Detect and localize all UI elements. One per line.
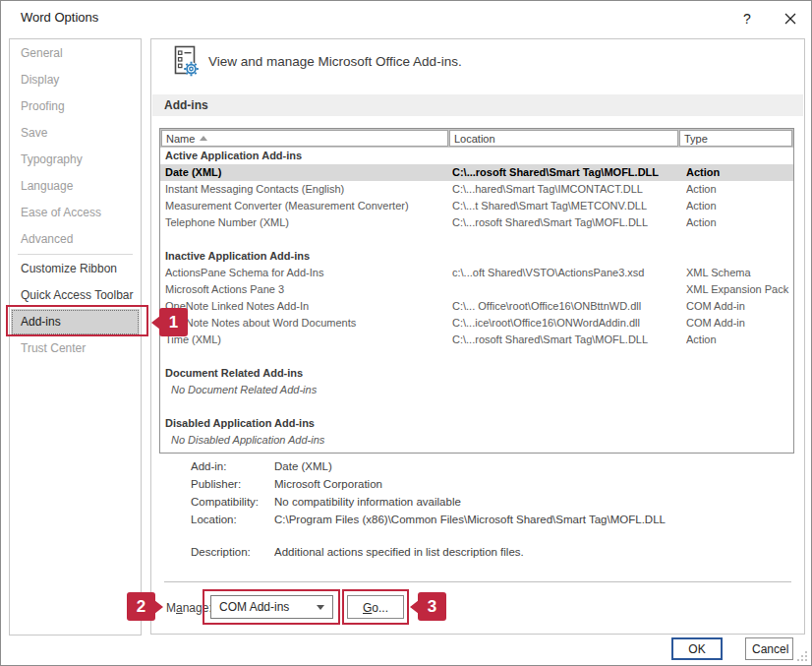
page-title: View and manage Microsoft Office Add-ins… [208,54,462,69]
table-group-header: Disabled Application Add-ins [160,415,793,432]
cell-location: C:\...hared\Smart Tag\IMCONTACT.DLL [452,181,686,198]
sidebar-nav: GeneralDisplayProofingSaveTypographyLang… [9,38,142,636]
cell-name: No Document Related Add-ins [160,382,452,398]
cell-location [452,281,686,298]
sidebar-item-language[interactable]: Language [10,173,141,200]
table-row[interactable]: Time (XML)C:\...rosoft Shared\Smart Tag\… [160,332,793,348]
detail-value: Date (XML) [274,457,781,475]
title-bar: Word Options ? [1,1,811,35]
column-header-type[interactable]: Type [679,130,792,147]
detail-row: Compatibility:No compatibility informati… [191,493,781,511]
cell-name: Active Application Add-ins [160,148,452,164]
manage-dropdown[interactable]: COM Add-ins [210,595,333,619]
manage-label-accel: a [176,601,183,615]
callout-tail-icon [151,316,160,330]
go-button-accel: G [363,601,372,615]
cell-name: Date (XML) [160,164,452,181]
cell-name: Telephone Number (XML) [160,214,452,231]
dropdown-arrow-icon [317,605,324,610]
go-button[interactable]: Go... [347,595,404,619]
table-spacer-row [160,398,793,415]
cell-location: C:\...rosoft Shared\Smart Tag\MOFL.DLL [452,214,686,231]
sidebar-item-advanced[interactable]: Advanced [10,226,141,253]
table-row[interactable]: Microsoft Actions Pane 3XML Expansion Pa… [160,281,793,298]
cell-location: C:\... Office\root\Office16\ONBttnWD.dll [452,298,686,315]
cell-type: XML Expansion Pack [686,281,793,298]
sidebar-item-save[interactable]: Save [10,120,141,147]
detail-value: Microsoft Corporation [274,475,781,493]
addins-table: NameLocationType Active Application Add-… [159,128,794,454]
cell-type: COM Add-in [686,315,793,332]
cell-type: Action [686,164,793,181]
manage-divider [164,581,791,582]
cell-type: Action [686,332,793,348]
table-row[interactable]: OneNote Linked Notes Add-InC:\... Office… [160,298,793,315]
detail-row: Publisher:Microsoft Corporation [191,475,781,493]
table-row[interactable]: Telephone Number (XML)C:\...rosoft Share… [160,214,793,231]
cell-location: C:\...rosoft Shared\Smart Tag\MOFL.DLL [452,332,686,348]
cell-type: Action [686,198,793,214]
sidebar-item-add-ins[interactable]: Add-ins [11,309,140,335]
callout-number: 2 [137,597,145,617]
cell-name: No Disabled Application Add-ins [160,432,452,449]
callout-tail-icon [154,600,163,614]
sidebar-item-general[interactable]: General [10,40,141,67]
column-header-name[interactable]: Name [161,130,448,147]
detail-label: Compatibility: [191,493,274,511]
cancel-button[interactable]: Cancel [745,637,793,660]
cell-type: Action [686,181,793,198]
detail-label: Add-in: [191,457,274,475]
sidebar-item-typography[interactable]: Typography [10,147,141,173]
addins-table-body: Active Application Add-insDate (XML)C:\.… [160,148,793,453]
addin-details: Add-in:Date (XML)Publisher:Microsoft Cor… [191,457,781,561]
callout-badge-3: 3 [418,592,446,621]
close-button[interactable] [779,7,802,30]
resize-grip-icon[interactable] [795,649,807,661]
column-label: Location [454,133,495,145]
cell-name: Measurement Converter (Measurement Conve… [160,198,452,214]
sidebar-divider [18,254,133,255]
sidebar-item-display[interactable]: Display [10,67,141,93]
table-row[interactable]: ActionsPane Schema for Add-Insc:\...oft … [160,265,793,281]
dialog-title: Word Options [21,10,98,25]
callout-tail-icon [410,600,419,614]
sidebar-item-trust-center[interactable]: Trust Center [10,335,141,362]
callout-number: 3 [428,597,436,617]
sidebar-item-proofing[interactable]: Proofing [10,93,141,120]
detail-value: No compatibility information available [274,493,781,511]
detail-label: Publisher: [191,475,274,493]
table-group-header: Active Application Add-ins [160,148,793,164]
column-header-location[interactable]: Location [449,130,678,147]
cell-type [686,248,793,265]
main-panel: View and manage Microsoft Office Add-ins… [150,38,805,635]
close-icon [784,13,796,25]
table-spacer-row [160,348,793,365]
cell-location [452,432,686,449]
sidebar-item-ease-of-access[interactable]: Ease of Access [10,200,141,226]
cell-location: C:\...t Shared\Smart Tag\METCONV.DLL [452,198,686,214]
cell-type [686,365,793,382]
table-row[interactable]: OneNote Notes about Word DocumentsC:\...… [160,315,793,332]
go-button-text: o... [372,601,388,615]
sidebar-item-customize-ribbon[interactable]: Customize Ribbon [10,256,141,282]
cell-location [452,382,686,398]
column-label: Type [684,133,708,145]
callout-badge-1: 1 [159,308,188,336]
cell-location [452,415,686,432]
addins-section-bar: Add-ins [152,94,803,116]
callout-badge-2: 2 [127,592,155,621]
detail-value: Additional actions specified in list des… [274,543,781,561]
ok-button[interactable]: OK [671,637,723,660]
table-note-row: No Disabled Application Add-ins [160,432,793,449]
sidebar-item-quick-access-toolbar[interactable]: Quick Access Toolbar [10,282,141,309]
cell-type [686,148,793,164]
manage-dropdown-value: COM Add-ins [219,600,317,614]
cell-type: Action [686,214,793,231]
table-row[interactable]: Instant Messaging Contacts (English)C:\.… [160,181,793,198]
table-row[interactable]: Measurement Converter (Measurement Conve… [160,198,793,214]
sort-ascending-icon [200,136,207,141]
table-row[interactable]: Date (XML)C:\...rosoft Shared\Smart Tag\… [160,164,793,181]
word-options-dialog: Word Options ? GeneralDisplayProofingSav… [0,0,812,666]
help-button[interactable]: ? [736,8,758,30]
cell-type: XML Schema [686,265,793,281]
